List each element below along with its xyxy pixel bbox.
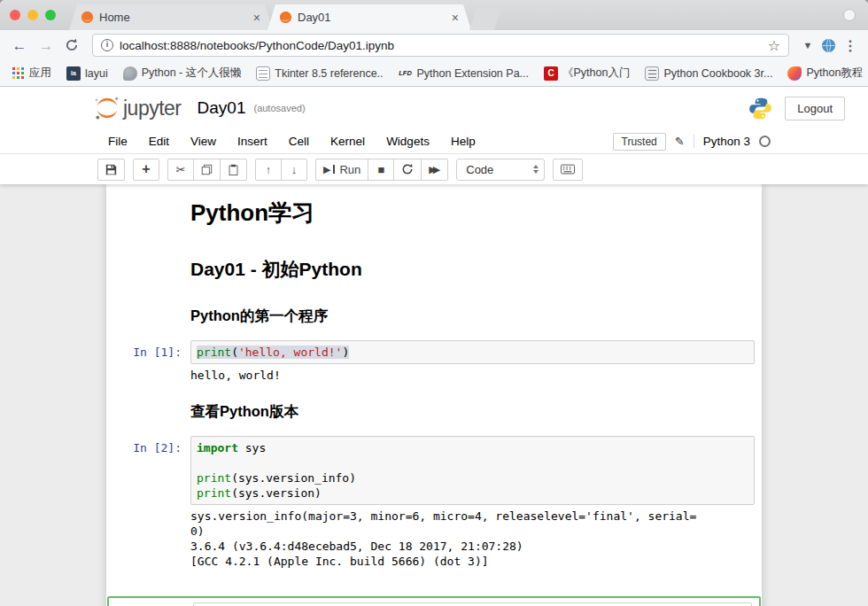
edit-mode-pencil-icon: ✎ xyxy=(675,135,685,148)
bookmark-python-extension[interactable]: LFD Python Extension Pa... xyxy=(399,66,529,81)
cell-output: hello, world! xyxy=(190,368,755,383)
fast-forward-icon: ▶▶ xyxy=(429,165,440,175)
clipboard-icon xyxy=(228,164,239,175)
python-logo-icon xyxy=(748,97,772,120)
step-forward-bar xyxy=(333,165,335,174)
forward-icon[interactable]: → xyxy=(35,38,57,53)
feather-favicon xyxy=(787,66,802,81)
code-input[interactable]: print('hello, world!') xyxy=(190,340,755,364)
tab-close-icon[interactable]: × xyxy=(452,12,459,24)
new-tab-button[interactable] xyxy=(469,8,501,30)
logout-button[interactable]: Logout xyxy=(785,97,845,120)
reload-icon[interactable] xyxy=(62,38,81,52)
close-window-button[interactable] xyxy=(10,10,20,20)
floppy-icon xyxy=(105,164,117,175)
code-token: import xyxy=(197,441,238,454)
bookmark-python-tutorial[interactable]: Python教程 xyxy=(787,66,863,81)
command-palette-button[interactable] xyxy=(553,159,583,181)
window-controls xyxy=(10,10,56,20)
code-cell-1[interactable]: In [1]: print('hello, world!') hello, wo… xyxy=(106,336,762,387)
restart-run-all-button[interactable]: ▶▶ xyxy=(421,159,448,181)
bookmark-python-intro[interactable]: C 《Python入门 xyxy=(544,66,630,81)
bookmark-python-blog[interactable]: Python - 这个人很懒 xyxy=(123,66,242,81)
move-cell-down-button[interactable]: ↓ xyxy=(281,159,307,181)
page-info-icon[interactable]: i xyxy=(101,39,113,51)
scissors-icon: ✂ xyxy=(176,164,186,175)
run-button[interactable]: ▶Run xyxy=(315,159,368,181)
notebook-container: Python学习 Day01 - 初始Python Python的第一个程序 I… xyxy=(106,184,762,606)
cell-type-dropdown[interactable]: Code xyxy=(456,159,545,181)
bookmark-layui[interactable]: la layui xyxy=(66,66,108,81)
apps-grid-icon xyxy=(11,66,25,81)
tab-day01[interactable]: Day01 × xyxy=(267,4,471,30)
markdown-cell[interactable]: Python学习 xyxy=(106,191,762,238)
notebook-h1: Python学习 xyxy=(190,198,755,229)
browser-menu-icon[interactable]: ⋮ xyxy=(841,37,859,54)
jupyter-favicon xyxy=(81,12,93,23)
menu-insert[interactable]: Insert xyxy=(227,135,278,148)
menu-cell[interactable]: Cell xyxy=(278,135,320,148)
menu-view[interactable]: View xyxy=(180,135,227,148)
code-input[interactable] xyxy=(193,602,752,606)
paste-cell-button[interactable] xyxy=(220,159,247,181)
bookmark-star-icon[interactable]: ☆ xyxy=(768,37,780,54)
code-cell-2[interactable]: In [2]: import sys print(sys.version_inf… xyxy=(106,431,762,573)
downloads-triangle-icon[interactable]: ▼ xyxy=(800,40,816,50)
code-token: ) xyxy=(342,346,349,359)
input-prompt: In [2]: xyxy=(106,436,190,505)
markdown-cell[interactable]: Day01 - 初始Python xyxy=(106,238,762,291)
address-bar[interactable]: i localhost:8888/notebooks/PythonCode/Da… xyxy=(92,34,789,57)
code-cell-3-selected[interactable]: In [ ]: xyxy=(107,596,761,606)
profile-avatar[interactable] xyxy=(843,9,856,21)
menu-kernel[interactable]: Kernel xyxy=(320,135,376,148)
arrow-down-icon: ↓ xyxy=(291,164,298,175)
tab-close-icon[interactable]: × xyxy=(253,12,260,24)
notebook-title[interactable]: Day01 xyxy=(198,98,246,118)
move-cell-up-button[interactable]: ↑ xyxy=(255,159,282,181)
menu-widgets[interactable]: Widgets xyxy=(376,135,440,148)
bookmark-tkinter-reference[interactable]: Tkinter 8.5 reference.. xyxy=(256,66,383,81)
minimize-window-button[interactable] xyxy=(27,10,38,20)
menu-edit[interactable]: Edit xyxy=(138,135,180,148)
cut-cell-button[interactable]: ✂ xyxy=(167,159,194,181)
code-token: (sys.version) xyxy=(231,486,322,500)
notebook-area: Python学习 Day01 - 初始Python Python的第一个程序 I… xyxy=(0,184,868,606)
interrupt-kernel-button[interactable]: ■ xyxy=(368,159,394,181)
divider xyxy=(694,135,694,148)
dropdown-stepper-icon xyxy=(533,165,539,174)
markdown-cell[interactable]: Python的第一个程序 xyxy=(106,291,762,336)
browser-window: Home × Day01 × ← → i localhost:8888/note… xyxy=(0,0,868,606)
bookmark-python-cookbook[interactable]: Python Cookbook 3r... xyxy=(645,66,772,81)
restart-kernel-button[interactable] xyxy=(393,159,422,181)
code-token: print xyxy=(197,486,231,500)
jupyter-menubar: File Edit View Insert Cell Kernel Widget… xyxy=(0,129,868,154)
layui-favicon: la xyxy=(66,66,81,81)
code-input[interactable]: import sys print(sys.version_info) print… xyxy=(190,436,755,505)
tab-home[interactable]: Home × xyxy=(69,4,273,30)
globe-extension-icon[interactable] xyxy=(821,38,836,53)
tab-label: Day01 xyxy=(298,11,331,24)
back-icon[interactable]: ← xyxy=(9,38,30,53)
add-cell-button[interactable]: + xyxy=(133,159,159,181)
book-favicon xyxy=(645,66,659,81)
jupyter-logo[interactable]: jupyter xyxy=(94,94,182,122)
input-prompt: In [1]: xyxy=(106,340,190,364)
trusted-badge[interactable]: Trusted xyxy=(613,133,666,151)
kernel-name[interactable]: Python 3 xyxy=(703,135,750,148)
bird-favicon xyxy=(123,66,137,81)
menu-file[interactable]: File xyxy=(97,135,138,148)
document-favicon xyxy=(256,66,270,81)
jupyter-wordmark: jupyter xyxy=(123,97,182,120)
step-forward-icon: ▶ xyxy=(323,165,330,175)
jupyter-favicon xyxy=(280,12,291,23)
zoom-window-button[interactable] xyxy=(45,10,56,20)
markdown-cell[interactable]: 查看Python版本 xyxy=(106,387,762,431)
menu-help[interactable]: Help xyxy=(440,135,486,148)
bookmark-apps[interactable]: 应用 xyxy=(11,66,51,81)
titlebar: Home × Day01 × xyxy=(0,0,868,30)
code-token: sys xyxy=(238,441,266,454)
save-button[interactable] xyxy=(97,159,125,181)
code-token: ( xyxy=(231,346,238,359)
copy-cell-button[interactable] xyxy=(193,159,221,181)
kernel-status-icon xyxy=(759,136,771,147)
